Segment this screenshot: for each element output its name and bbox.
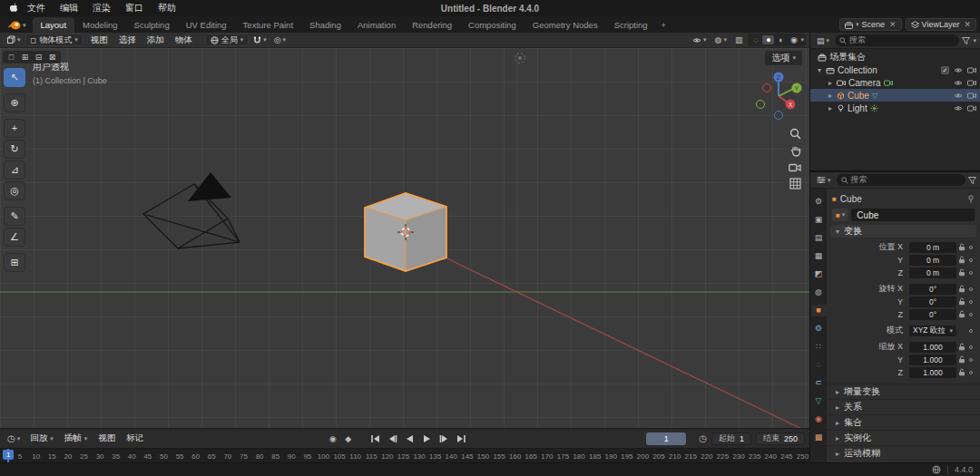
field-value[interactable]: 0° (909, 296, 956, 307)
shading-material-button[interactable]: ◐ (775, 35, 787, 44)
select-mode-button[interactable]: □ (5, 52, 17, 63)
outliner-row-scene-collection[interactable]: 场景集合 (810, 51, 980, 63)
select-mode-button[interactable]: ⊞ (19, 52, 31, 63)
lock-icon[interactable] (956, 268, 967, 277)
camera-view-button[interactable] (789, 162, 801, 172)
outliner-search-input[interactable]: 搜索 (835, 34, 959, 46)
macos-menu-item[interactable]: 文件 (20, 2, 53, 15)
workspace-tab[interactable]: Animation (349, 17, 404, 33)
keying-set-button[interactable]: ◆ (341, 434, 355, 443)
animate-dot-icon[interactable] (967, 371, 975, 374)
overlays-dropdown[interactable]: ◍ ▾ (712, 35, 730, 44)
shading-solid-button[interactable]: ● (762, 35, 774, 44)
tab-view-layer[interactable]: ▦ (811, 250, 827, 262)
frame-end-field[interactable]: 结束 250 (756, 432, 805, 445)
current-frame-field[interactable]: 1 (646, 432, 686, 445)
outliner-row-camera[interactable]: ▸ Camera (810, 76, 980, 89)
id-type-selector[interactable]: ■▾ (832, 209, 848, 221)
hide-eye-icon[interactable] (954, 92, 963, 99)
select-mode-button[interactable]: ⊟ (33, 52, 44, 63)
lock-icon[interactable] (956, 243, 967, 251)
timeline-menu-item[interactable]: 视图 (93, 432, 121, 444)
tool-cursor[interactable]: ⊕ (4, 93, 25, 112)
cube-object[interactable] (365, 193, 446, 271)
tab-scene[interactable]: ◩ (811, 268, 827, 280)
lock-icon[interactable] (956, 297, 967, 306)
tab-tool[interactable]: ⚙ (811, 196, 827, 208)
apple-logo-icon[interactable] (9, 3, 18, 14)
viewport-menu-item[interactable]: 物体 (170, 34, 198, 46)
transform-panel-header[interactable]: 变换 (830, 225, 976, 238)
close-icon[interactable]: ✕ (964, 20, 971, 29)
disable-render-camera-icon[interactable] (967, 92, 976, 99)
field-value[interactable]: 1.000 (909, 355, 956, 365)
ortho-grid-button[interactable] (789, 178, 801, 189)
workspace-tab[interactable]: Compositing (460, 17, 524, 33)
tool-measure[interactable]: ∠ (4, 228, 25, 247)
disable-render-camera-icon[interactable] (967, 104, 976, 112)
collapsed-panel[interactable]: 增量变换 (827, 384, 980, 399)
macos-menu-item[interactable]: 编辑 (53, 2, 85, 15)
editor-type-button[interactable]: ▾ (4, 35, 24, 44)
animate-dot-icon[interactable] (967, 345, 975, 349)
blender-menu-button[interactable]: ▾ (4, 21, 33, 33)
animate-dot-icon[interactable] (967, 358, 975, 362)
lock-icon[interactable] (956, 310, 967, 318)
tool-transform[interactable]: ◎ (4, 181, 25, 200)
collapsed-panel[interactable]: 集合 (827, 414, 980, 430)
viewport-menu-item[interactable]: 选择 (113, 34, 142, 46)
exclude-checkbox[interactable]: ✓ (941, 66, 949, 74)
tab-texture[interactable]: ▩ (811, 432, 827, 443)
outliner-row-collection[interactable]: ▾ Collection ✓ (810, 63, 980, 76)
jump-to-start-button[interactable] (368, 432, 383, 445)
pin-icon[interactable] (967, 195, 975, 203)
animate-dot-icon[interactable] (967, 258, 975, 262)
field-value[interactable]: 0° (909, 309, 956, 320)
proportional-edit-toggle[interactable]: ◎ ▾ (271, 35, 289, 44)
camera-object[interactable] (143, 172, 240, 248)
tool-move[interactable]: + (4, 119, 25, 138)
tool-rotate[interactable]: ↻ (4, 140, 25, 159)
collapsed-panel[interactable]: 运动模糊 (827, 445, 980, 461)
field-value[interactable]: 1.000 (909, 367, 956, 378)
tab-render[interactable]: ▣ (811, 214, 827, 226)
hide-eye-icon[interactable] (954, 67, 963, 73)
snap-toggle[interactable]: ▾ (250, 36, 270, 44)
disclosure-icon[interactable]: ▾ (816, 66, 823, 74)
hide-eye-icon[interactable] (954, 105, 963, 112)
timeline-editor-type-button[interactable]: ◷ ▾ (5, 433, 23, 443)
disable-render-camera-icon[interactable] (967, 79, 976, 86)
tab-physics[interactable]: ◌ (811, 359, 827, 371)
disclosure-icon[interactable]: ▸ (827, 104, 834, 112)
outliner-row-light[interactable]: ▸ Light (810, 102, 980, 114)
field-value[interactable]: 0° (909, 284, 956, 295)
tool-add-cube[interactable]: ⊞ (4, 253, 25, 272)
tab-constraints[interactable]: ⊂ (811, 377, 827, 389)
field-value[interactable]: 0 m (909, 267, 956, 278)
workspace-tab[interactable]: Sculpting (126, 17, 178, 33)
mode-selector[interactable]: ◻ 物体模式 ▾ (25, 34, 83, 46)
tab-world[interactable]: ◍ (811, 287, 827, 298)
scene-selector[interactable]: ▾ Scene ✕ (839, 18, 902, 31)
options-dropdown[interactable]: 选项 (765, 51, 802, 65)
workspace-tab[interactable]: Texture Paint (235, 17, 301, 33)
animate-dot-icon[interactable] (967, 300, 975, 304)
gizmo-x-neg[interactable] (763, 84, 771, 92)
disclosure-icon[interactable]: ▸ (827, 92, 834, 100)
tab-object-data[interactable]: ▽ (811, 395, 827, 407)
unlink-icon[interactable]: ✕ (889, 20, 897, 29)
jump-to-end-button[interactable] (454, 432, 469, 445)
collapsed-panel[interactable]: 关系 (827, 399, 980, 414)
animate-dot-icon[interactable] (967, 287, 975, 291)
lock-icon[interactable] (956, 285, 967, 293)
tab-output[interactable]: ▤ (811, 232, 827, 244)
select-mode-button[interactable]: ⊠ (46, 52, 58, 63)
tab-material[interactable]: ◉ (811, 413, 827, 425)
jump-next-keyframe-button[interactable] (436, 432, 452, 445)
xray-toggle[interactable]: ▥ (732, 35, 746, 44)
chevron-down-icon[interactable]: ▾ (973, 37, 976, 44)
macos-menu-item[interactable]: 帮助 (151, 2, 183, 15)
lock-icon[interactable] (956, 368, 967, 376)
collapsed-panel[interactable]: 实例化 (827, 430, 980, 445)
disable-render-camera-icon[interactable] (967, 66, 976, 73)
